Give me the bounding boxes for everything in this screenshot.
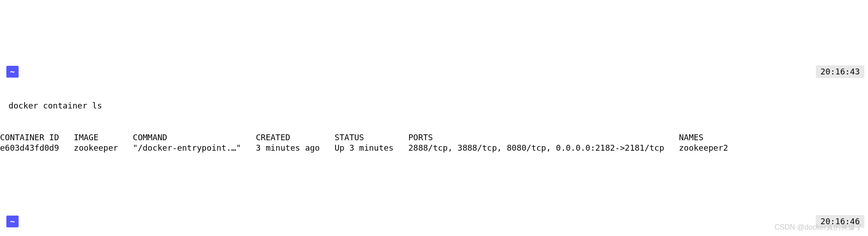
prompt-line: ~ 20:16:46: [0, 214, 868, 228]
home-dir-badge: ~: [6, 66, 19, 77]
home-dir-badge: ~: [6, 216, 19, 227]
terminal-block-2: ~ 20:16:46 lsof -i:2182 COMMAND PID USER…: [0, 193, 868, 236]
command-output: CONTAINER ID IMAGE COMMAND CREATED STATU…: [0, 132, 868, 153]
watermark-text: CSDN @docker真的爽爆了: [774, 223, 863, 232]
prompt-line: ~ 20:16:43: [0, 64, 868, 79]
command-text: docker container ls: [0, 100, 868, 111]
terminal-block-1: ~ 20:16:43 docker container ls CONTAINER…: [0, 44, 868, 164]
timestamp: 20:16:43: [816, 65, 864, 78]
